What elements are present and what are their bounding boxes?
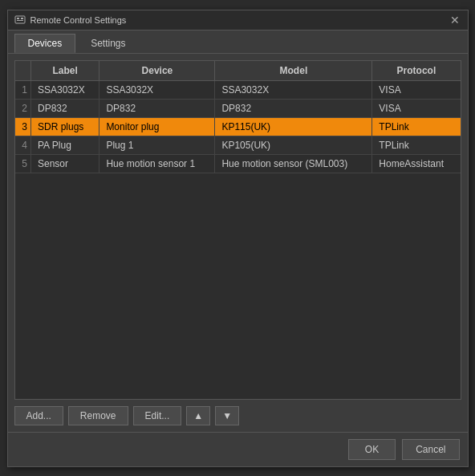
title-bar-left: Remote Control Settings xyxy=(14,14,127,26)
table-header-row: Label Device Model Protocol xyxy=(15,61,461,81)
add-button[interactable]: Add... xyxy=(14,406,63,425)
cell-device: Hue motion sensor 1 xyxy=(99,154,215,173)
cancel-button[interactable]: Cancel xyxy=(402,439,459,460)
table-row[interactable]: 3SDR plugsMonitor plugKP115(UK)TPLink xyxy=(15,117,461,136)
cell-protocol: TPLink xyxy=(372,136,461,154)
cell-num: 2 xyxy=(15,99,31,117)
svg-rect-2 xyxy=(21,18,23,19)
footer: OK Cancel xyxy=(8,432,468,466)
cell-device: Plug 1 xyxy=(99,136,215,154)
cell-device: DP832 xyxy=(99,99,215,117)
cell-device: SSA3032X xyxy=(99,80,215,99)
cell-num: 3 xyxy=(15,117,31,136)
cell-num: 1 xyxy=(15,80,31,99)
col-model: Model xyxy=(215,61,372,81)
cell-protocol: VISA xyxy=(372,99,461,117)
close-button[interactable]: ✕ xyxy=(449,14,461,26)
cell-model: SSA3032X xyxy=(215,80,372,99)
tab-bar: Devices Settings xyxy=(8,31,468,54)
cell-label: SSA3032X xyxy=(31,80,99,99)
button-bar: Add... Remove Edit... ▲ ▼ xyxy=(14,406,461,425)
cell-label: PA Plug xyxy=(31,136,99,154)
tab-settings[interactable]: Settings xyxy=(77,34,139,53)
move-up-button[interactable]: ▲ xyxy=(186,406,210,425)
title-bar: Remote Control Settings ✕ xyxy=(8,10,468,31)
dialog: Remote Control Settings ✕ Devices Settin… xyxy=(7,10,469,467)
cell-model: KP105(UK) xyxy=(215,136,372,154)
table-row[interactable]: 5SensorHue motion sensor 1Hue motion sen… xyxy=(15,154,461,173)
cell-num: 5 xyxy=(15,154,31,173)
ok-button[interactable]: OK xyxy=(348,439,396,460)
move-down-button[interactable]: ▼ xyxy=(215,406,239,425)
cell-label: DP832 xyxy=(31,99,99,117)
cell-protocol: HomeAssistant xyxy=(372,154,461,173)
app-icon xyxy=(14,14,26,26)
col-protocol: Protocol xyxy=(372,61,461,81)
col-num xyxy=(15,61,31,81)
remove-button[interactable]: Remove xyxy=(68,406,128,425)
cell-model: Hue motion sensor (SML003) xyxy=(215,154,372,173)
col-device: Device xyxy=(99,61,215,81)
tab-content: Label Device Model Protocol 1SSA3032XSSA… xyxy=(8,54,468,432)
col-label: Label xyxy=(31,61,99,81)
svg-rect-1 xyxy=(17,18,19,19)
cell-protocol: TPLink xyxy=(372,117,461,136)
table-row[interactable]: 2DP832DP832DP832VISA xyxy=(15,99,461,117)
svg-rect-0 xyxy=(15,16,25,23)
table-row[interactable]: 1SSA3032XSSA3032XSSA3032XVISA xyxy=(15,80,461,99)
cell-label: Sensor xyxy=(31,154,99,173)
cell-device: Monitor plug xyxy=(99,117,215,136)
device-table: Label Device Model Protocol 1SSA3032XSSA… xyxy=(15,61,461,173)
cell-model: KP115(UK) xyxy=(215,117,372,136)
cell-label: SDR plugs xyxy=(31,117,99,136)
cell-model: DP832 xyxy=(215,99,372,117)
table-row[interactable]: 4PA PlugPlug 1KP105(UK)TPLink xyxy=(15,136,461,154)
device-table-container: Label Device Model Protocol 1SSA3032XSSA… xyxy=(14,60,461,400)
edit-button[interactable]: Edit... xyxy=(133,406,182,425)
dialog-title: Remote Control Settings xyxy=(30,15,127,25)
cell-num: 4 xyxy=(15,136,31,154)
tab-devices[interactable]: Devices xyxy=(14,34,76,53)
svg-rect-3 xyxy=(17,20,23,21)
cell-protocol: VISA xyxy=(372,80,461,99)
